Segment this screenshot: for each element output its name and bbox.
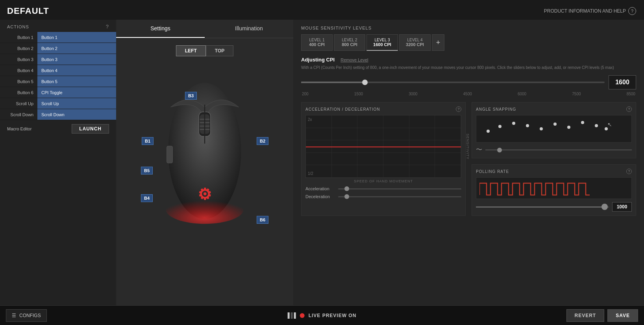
sensitivity-axis-label: SENSITIVITY xyxy=(466,134,470,160)
button-row-value[interactable]: Button 1 xyxy=(37,32,116,43)
list-item: Button 4 Button 4 xyxy=(0,65,116,76)
svg-point-13 xyxy=(512,122,515,125)
svg-text:↖: ↖ xyxy=(607,121,612,128)
svg-point-11 xyxy=(487,130,490,133)
angle-wave-icon: 〜 xyxy=(476,146,482,154)
cpi-level-2-value: 800 CPI xyxy=(340,42,359,47)
acceleration-slider[interactable] xyxy=(338,188,461,189)
polling-help-icon[interactable]: ? xyxy=(626,169,632,174)
list-item: Scroll Up Scroll Up xyxy=(0,98,116,109)
button-row-label: Button 5 xyxy=(0,79,37,84)
view-buttons: LEFT TOP xyxy=(176,45,233,56)
angle-slider-thumb[interactable] xyxy=(497,148,502,152)
button-row-value[interactable]: Button 3 xyxy=(37,54,116,65)
mouse-button-b1[interactable]: B1 xyxy=(142,137,154,145)
launch-button[interactable]: LAUNCH xyxy=(72,124,109,134)
svg-rect-10 xyxy=(167,146,173,163)
svg-point-12 xyxy=(498,125,502,128)
sensitivity-title: MOUSE SENSITIVITY LEVELS xyxy=(301,26,636,30)
polling-title: POLLING RATE xyxy=(476,169,509,174)
accel-section: ACCELERATION / DECELERATION ? xyxy=(301,102,466,216)
add-level-button[interactable]: + xyxy=(432,34,444,51)
product-info-button[interactable]: PRODUCT INFORMATION AND HELP ? xyxy=(544,7,636,15)
remove-level-button[interactable]: Remove Level xyxy=(341,58,368,62)
actions-help-icon[interactable]: ? xyxy=(106,24,109,30)
sensitivity-section: MOUSE SENSITIVITY LEVELS LEVEL 1 400 CPI… xyxy=(301,26,636,96)
cpi-level-3-value: 1600 CPI xyxy=(372,42,392,47)
mouse-button-b3[interactable]: B3 xyxy=(185,92,197,100)
button-row-value[interactable]: Button 5 xyxy=(37,76,116,87)
button-row-value[interactable]: CPI Toggle xyxy=(37,87,116,98)
live-dot xyxy=(300,313,305,318)
polling-section: POLLING RATE ? 1000 xyxy=(472,164,636,216)
polling-slider-track[interactable] xyxy=(476,206,609,208)
tab-bar: Settings Illumination xyxy=(116,20,293,38)
live-preview: LIVE PREVIEW ON xyxy=(288,312,357,319)
angle-snapping-section: ANGLE SNAPPING ? xyxy=(472,102,636,158)
acceleration-thumb[interactable] xyxy=(344,186,349,191)
deceleration-thumb[interactable] xyxy=(344,194,349,199)
button-row-label: Button 6 xyxy=(0,90,37,95)
mouse-image: ⚙ xyxy=(150,68,260,234)
button-row-value[interactable]: Scroll Up xyxy=(37,98,116,109)
button-row-label: Button 2 xyxy=(0,46,37,51)
chart-label-2x: 2x xyxy=(308,117,312,122)
view-top-button[interactable]: TOP xyxy=(206,45,233,56)
angle-slider-row: 〜 xyxy=(476,146,632,154)
button-row-label: Button 4 xyxy=(0,68,37,73)
tab-illumination[interactable]: Illumination xyxy=(205,20,293,38)
angle-title: ANGLE SNAPPING xyxy=(476,107,516,111)
list-item: Button 3 Button 3 xyxy=(0,54,116,65)
polling-slider-row: 1000 xyxy=(476,202,632,212)
svg-point-18 xyxy=(581,121,584,124)
tab-settings[interactable]: Settings xyxy=(116,20,205,38)
cpi-level-4[interactable]: LEVEL 4 3200 CPI xyxy=(399,34,431,51)
svg-point-20 xyxy=(605,127,608,130)
angle-header: ANGLE SNAPPING ? xyxy=(476,106,632,112)
right-panel: MOUSE SENSITIVITY LEVELS LEVEL 1 400 CPI… xyxy=(293,20,644,305)
svg-point-14 xyxy=(526,124,529,127)
acceleration-label: Acceleration xyxy=(305,186,335,191)
angle-chart-svg: ↖ xyxy=(476,115,631,143)
actions-header: ACTIONS ? xyxy=(0,20,116,32)
save-button[interactable]: SAVE xyxy=(607,309,638,322)
list-item: Button 5 Button 5 xyxy=(0,76,116,87)
accel-title: ACCELERATION / DECELERATION xyxy=(305,107,380,111)
product-info-label: PRODUCT INFORMATION AND HELP xyxy=(544,8,626,14)
configs-button[interactable]: ☰ CONFIGS xyxy=(6,309,47,322)
cpi-level-2[interactable]: LEVEL 2 800 CPI xyxy=(334,34,365,51)
two-col-section: ACCELERATION / DECELERATION ? xyxy=(301,102,636,216)
cpi-slider-thumb[interactable] xyxy=(362,80,368,85)
mouse-button-b5[interactable]: B5 xyxy=(141,167,153,175)
button-row-value[interactable]: Scroll Down xyxy=(37,109,116,120)
button-row-value[interactable]: Button 2 xyxy=(37,43,116,54)
view-left-button[interactable]: LEFT xyxy=(176,45,206,56)
list-item: Scroll Down Scroll Down xyxy=(0,109,116,120)
button-row-label: Button 3 xyxy=(0,57,37,62)
accel-help-icon[interactable]: ? xyxy=(456,106,461,112)
live-preview-label: LIVE PREVIEW ON xyxy=(309,313,357,318)
help-icon: ? xyxy=(628,7,636,15)
cpi-description: With a CPI (Counts Per Inch) setting of … xyxy=(301,65,636,71)
adjusting-cpi-label: Adjusting CPI xyxy=(301,57,335,63)
cpi-slider-track[interactable] xyxy=(301,82,605,83)
mouse-button-b6[interactable]: B6 xyxy=(257,216,268,224)
svg-point-19 xyxy=(595,124,598,127)
polling-slider-thumb[interactable] xyxy=(601,204,608,210)
cpi-level-3[interactable]: LEVEL 3 1600 CPI xyxy=(366,34,398,51)
mouse-button-b4[interactable]: B4 xyxy=(141,194,153,202)
button-row-value[interactable]: Button 4 xyxy=(37,65,116,76)
sidebar: ACTIONS ? Button 1 Button 1 Button 2 But… xyxy=(0,20,116,305)
cpi-level-1-name: LEVEL 1 xyxy=(307,38,327,42)
mouse-button-b2[interactable]: B2 xyxy=(257,137,268,145)
macro-row: Macro Editor LAUNCH xyxy=(0,123,116,135)
deceleration-slider[interactable] xyxy=(338,196,461,197)
polling-wave-display xyxy=(476,177,632,199)
angle-help-icon[interactable]: ? xyxy=(626,106,632,112)
button-row-label: Scroll Up xyxy=(0,101,37,106)
accel-chart: 2x 1/2 SENSITIVITY xyxy=(305,115,461,178)
angle-slider-track[interactable] xyxy=(485,149,632,150)
revert-button[interactable]: REVERT xyxy=(566,309,605,322)
cpi-level-1[interactable]: LEVEL 1 400 CPI xyxy=(301,34,333,51)
list-item: Button 6 CPI Toggle xyxy=(0,87,116,98)
